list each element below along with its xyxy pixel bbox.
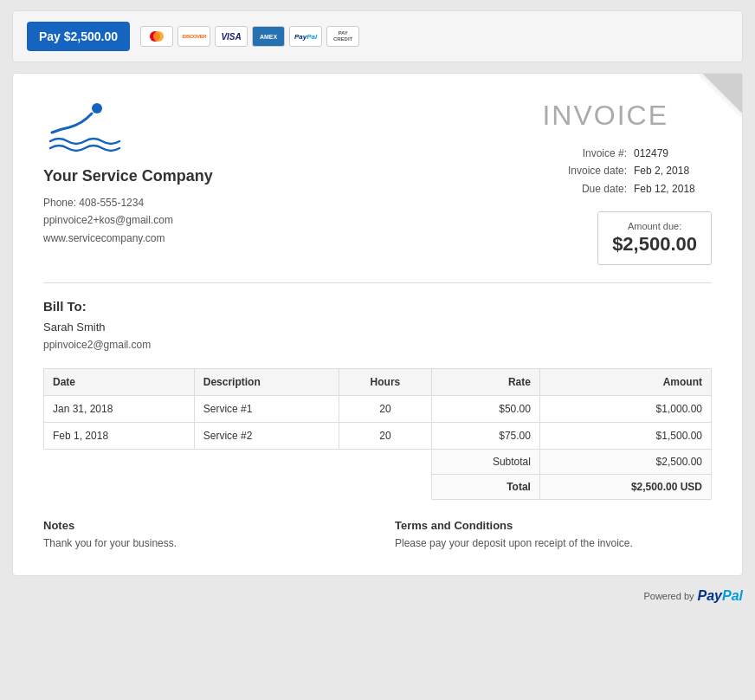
mastercard-icon — [140, 26, 173, 47]
row2-hours: 20 — [339, 423, 431, 450]
col-rate: Rate — [431, 369, 539, 396]
discover-icon: DISCOVER — [177, 26, 210, 47]
invoice-right: INVOICE Invoice #: 012479 Invoice date: … — [378, 100, 712, 265]
bill-to-section: Bill To: Sarah Smith ppinvoice2@gmail.co… — [43, 299, 712, 351]
notes-section: Notes Thank you for your business. Terms… — [43, 519, 712, 549]
company-website: www.servicecompany.com — [43, 230, 378, 247]
paypal-logo: PayPal — [698, 588, 743, 604]
row1-rate: $50.00 — [431, 396, 539, 423]
company-phone: Phone: 408-555-1234 — [43, 194, 378, 211]
company-logo — [43, 100, 130, 156]
row1-desc: Service #1 — [194, 396, 339, 423]
invoice-number-row: Invoice #: 012479 — [378, 145, 712, 162]
terms-column: Terms and Conditions Please pay your dep… — [395, 519, 712, 549]
total-value: $2,500.00 USD — [539, 475, 711, 500]
company-info: Phone: 408-555-1234 ppinvoice2+kos@gmail… — [43, 194, 378, 247]
svg-point-0 — [92, 103, 102, 113]
bill-to-email: ppinvoice2@gmail.com — [43, 339, 712, 351]
invoice-date-value: Feb 2, 2018 — [634, 162, 712, 179]
row2-amount: $1,500.00 — [539, 423, 711, 450]
notes-title: Notes — [43, 519, 360, 532]
col-date: Date — [44, 369, 195, 396]
notes-column: Notes Thank you for your business. — [43, 519, 360, 549]
amount-due-label: Amount due: — [612, 221, 697, 231]
divider-1 — [43, 282, 712, 283]
invoice-date-row: Invoice date: Feb 2, 2018 — [378, 162, 712, 179]
invoice-due-row: Due date: Feb 12, 2018 — [378, 180, 712, 198]
invoice-container: Your Service Company Phone: 408-555-1234… — [12, 73, 743, 576]
notes-text: Thank you for your business. — [43, 537, 360, 549]
amount-due-box: Amount due: $2,500.00 — [597, 211, 712, 265]
bill-to-name: Sarah Smith — [43, 321, 712, 334]
company-name: Your Service Company — [43, 167, 378, 185]
subtotal-row: Subtotal $2,500.00 — [44, 450, 712, 475]
amount-due-value: $2,500.00 — [612, 233, 697, 256]
card-icons: DISCOVER VISA AMEX PayPal PAYCREDIT — [140, 26, 359, 47]
invoice-title: INVOICE — [378, 100, 668, 132]
terms-title: Terms and Conditions — [395, 519, 712, 532]
invoice-due-value: Feb 12, 2018 — [634, 180, 712, 198]
invoice-meta: Invoice #: 012479 Invoice date: Feb 2, 2… — [378, 145, 712, 198]
terms-text: Please pay your deposit upon receipt of … — [395, 537, 712, 549]
total-row: Total $2,500.00 USD — [44, 475, 712, 500]
invoice-header: Your Service Company Phone: 408-555-1234… — [43, 100, 712, 265]
invoice-number-value: 012479 — [634, 145, 712, 162]
col-hours: Hours — [339, 369, 431, 396]
row2-date: Feb 1, 2018 — [44, 423, 195, 450]
row2-desc: Service #2 — [194, 423, 339, 450]
total-label: Total — [431, 475, 539, 500]
table-row: Jan 31, 2018 Service #1 20 $50.00 $1,000… — [44, 396, 712, 423]
invoice-due-label: Due date: — [582, 180, 627, 198]
pay-button[interactable]: Pay $2,500.00 — [27, 22, 130, 51]
credit-icon: PAYCREDIT — [326, 26, 359, 47]
amex-icon: AMEX — [252, 26, 285, 47]
table-row: Feb 1, 2018 Service #2 20 $75.00 $1,500.… — [44, 423, 712, 450]
powered-by-text: Powered by — [643, 591, 694, 601]
subtotal-label: Subtotal — [431, 450, 539, 475]
paypal-card-icon: PayPal — [289, 26, 322, 47]
invoice-table: Date Description Hours Rate Amount Jan 3… — [43, 368, 712, 500]
paypal-footer: Powered by PayPal — [0, 588, 743, 604]
col-amount: Amount — [539, 369, 711, 396]
subtotal-value: $2,500.00 — [539, 450, 711, 475]
col-description: Description — [194, 369, 339, 396]
top-bar: Pay $2,500.00 DISCOVER VISA AMEX PayPal … — [12, 10, 743, 62]
invoice-date-label: Invoice date: — [568, 162, 627, 179]
company-email: ppinvoice2+kos@gmail.com — [43, 211, 378, 229]
row1-hours: 20 — [339, 396, 431, 423]
table-header: Date Description Hours Rate Amount — [44, 369, 712, 396]
row1-date: Jan 31, 2018 — [44, 396, 195, 423]
row2-rate: $75.00 — [431, 423, 539, 450]
logo-section: Your Service Company Phone: 408-555-1234… — [43, 100, 378, 247]
row1-amount: $1,000.00 — [539, 396, 711, 423]
visa-icon: VISA — [215, 26, 248, 47]
table-body: Jan 31, 2018 Service #1 20 $50.00 $1,000… — [44, 396, 712, 500]
invoice-number-label: Invoice #: — [583, 145, 627, 162]
bill-to-title: Bill To: — [43, 299, 712, 314]
table-header-row: Date Description Hours Rate Amount — [44, 369, 712, 396]
